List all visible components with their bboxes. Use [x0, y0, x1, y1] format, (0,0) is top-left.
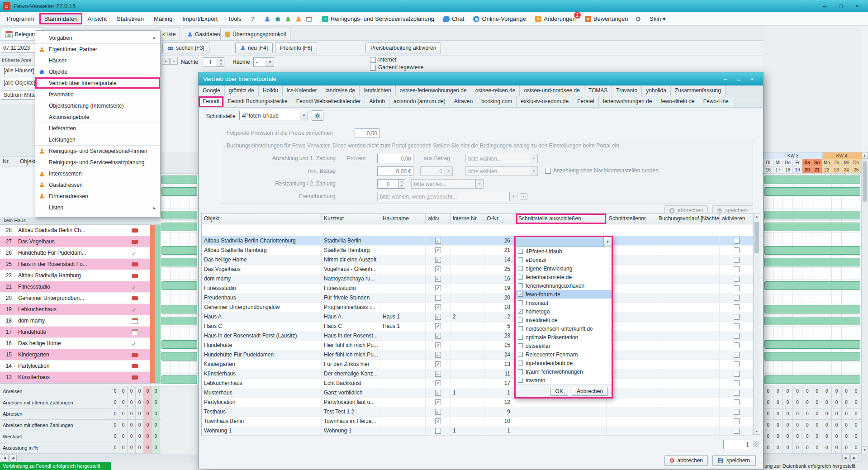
restzahlung-stepper[interactable]: ▲▼ [399, 179, 405, 189]
scroll-up-icon[interactable]: ▲ [861, 152, 868, 159]
tab-uebertragungsprotokoll[interactable]: Übertragungsprotokoll [220, 28, 290, 40]
min-betrag-art-select[interactable]: bitte wählen...▾ [465, 166, 538, 176]
calendar-row[interactable] [161, 244, 198, 256]
dropdown-item[interactable]: ferienhausmiete.de [516, 273, 612, 281]
calendar-row[interactable] [764, 185, 861, 197]
table-row[interactable]: Musterhaus Ganz vorbildlich ✓ 1 1 [202, 388, 753, 398]
column-header[interactable]: Hausname [380, 214, 426, 224]
naechte-stepper[interactable]: ▲▼ [218, 57, 224, 67]
portal-checkbox[interactable] [518, 249, 523, 254]
calendar-row[interactable] [764, 315, 861, 327]
portal-tab[interactable]: exklusiv-usedom.de [517, 96, 573, 107]
column-header[interactable]: Kurztext [322, 214, 380, 224]
aktiv-checkbox[interactable]: ✓ [435, 390, 441, 396]
calendar-row[interactable] [764, 256, 861, 268]
menu-item[interactable]: Reinigungs- und Servicepersonal/-firmen [35, 145, 160, 157]
prozent-input[interactable]: 0,00 [377, 154, 413, 163]
speichern-button[interactable]: speichern [712, 455, 756, 466]
menu-item[interactable]: Interessenten [35, 168, 160, 179]
user-icon[interactable] [264, 16, 270, 22]
portal-checkbox[interactable] [518, 257, 523, 262]
portal-checkbox[interactable] [518, 283, 523, 288]
aktivieren-checkbox[interactable] [734, 380, 740, 386]
portal-tab[interactable]: Atraveo [450, 96, 477, 107]
calendar-row[interactable] [161, 303, 198, 315]
runden-checkbox[interactable]: Anzahlung ohne Nachkommastellen runden [545, 167, 659, 174]
menu-item[interactable]: Firmenadressen [35, 190, 160, 202]
ok-button[interactable]: OK [550, 387, 568, 396]
date-input[interactable]: 07.11.2023 [1, 43, 36, 52]
calendar-row[interactable] [161, 338, 198, 350]
menu-item[interactable]: Vertrieb über Internetportale [35, 77, 160, 89]
aktivieren-checkbox[interactable] [734, 323, 740, 329]
calendar-row[interactable] [161, 362, 198, 374]
aktivieren-checkbox[interactable] [734, 257, 740, 263]
footer-count-input[interactable]: 1 [723, 440, 751, 449]
dropdown-item[interactable]: travanto [516, 376, 612, 385]
calendar-row[interactable] [161, 174, 198, 185]
portal-checkbox[interactable] [518, 378, 523, 383]
menu-item[interactable]: Eigentümer, Partner [35, 43, 160, 55]
portal-tab[interactable]: TOMAS [584, 85, 612, 96]
menu-item[interactable]: Aktionsangebote [35, 111, 160, 123]
dropdown-item[interactable]: eigene Entwicklung [516, 264, 612, 273]
aktivieren-checkbox[interactable] [734, 247, 740, 253]
table-row[interactable]: Hundehütte Für Pudeldamen Hier fühl ich … [202, 350, 753, 360]
aktiv-checkbox[interactable]: ✓ [435, 409, 441, 415]
calendar-row[interactable] [161, 374, 198, 385]
aktivieren-checkbox[interactable] [734, 333, 740, 339]
portal-tab[interactable]: ostsee-reisen.de [471, 85, 520, 96]
menu-item[interactable]: Reinigungs- und Serviceeinsatzplanung [35, 157, 160, 168]
scroll-down-icon[interactable]: ▼ [861, 446, 868, 453]
portal-checkbox[interactable] [518, 318, 523, 323]
calendar-row[interactable] [764, 280, 861, 291]
aktiv-checkbox[interactable]: ✓ [435, 361, 441, 367]
calendar-row[interactable] [764, 209, 861, 221]
aktiv-checkbox[interactable]: ✓ [435, 247, 441, 253]
dropdown-item[interactable]: 4Pfoten-Urlaub [516, 247, 612, 256]
minimize-button[interactable]: – [816, 0, 833, 12]
gear-icon[interactable]: ⚙ [631, 15, 645, 23]
aktiv-checkbox[interactable]: ✓ [435, 399, 441, 405]
portal-tab[interactable]: Feondi Buchungsstrecke [224, 96, 292, 107]
menu-item[interactable]: Vorgaben ▸ [35, 32, 160, 43]
garten-checkbox[interactable]: Garten/Liegewiese [370, 64, 423, 71]
portal-tab[interactable]: ostsee-ferienwohnungen.de [396, 85, 471, 96]
portal-checkbox[interactable] [518, 335, 523, 340]
calendar-row[interactable] [764, 338, 861, 350]
min-betrag-select[interactable]: 0▾ [420, 166, 453, 176]
raeume-select[interactable]: -▾ [253, 57, 274, 67]
aktiv-checkbox[interactable]: ✓ [435, 380, 441, 386]
table-row[interactable]: dom mamy Nastoyashchaya ru... ✓ 16 [202, 274, 753, 284]
aktiv-checkbox[interactable]: ✓ [435, 333, 441, 339]
table-row[interactable]: Hundehütte Hier fühl ich mich Pu... ✓ 15 [202, 341, 753, 350]
calendar-row[interactable] [161, 350, 198, 362]
column-header[interactable]: aktivieren [720, 214, 754, 224]
objekt-column-header[interactable]: Objekt [20, 158, 36, 165]
calendar-row[interactable] [161, 185, 198, 197]
aktiv-checkbox[interactable]: ✓ [435, 257, 441, 263]
restzahlung-select[interactable]: bitte wählen...▾ [411, 179, 484, 189]
portal-checkbox[interactable]: ✓ [518, 292, 523, 297]
aktiv-checkbox[interactable]: ✓ [435, 352, 441, 358]
column-header[interactable]: O-Nr. [484, 214, 516, 224]
cell-schnittstelle-ausschliessen[interactable] [516, 417, 607, 426]
table-scroll-down-icon[interactable]: ▼ [754, 428, 760, 435]
scroll-right2-icon[interactable]: ▶ [850, 455, 858, 461]
calendar-row[interactable] [764, 174, 861, 185]
dropdown-item[interactable]: ✓ hometogo [516, 307, 612, 316]
portal-tab[interactable]: ics-Kalender [283, 85, 322, 96]
aktivieren-checkbox[interactable] [734, 276, 740, 282]
aktivieren-checkbox[interactable] [734, 390, 740, 396]
dropdown-item[interactable]: ✓ fewo-forum.de [516, 290, 612, 299]
list-item[interactable]: 18 dom mamy [0, 315, 161, 327]
clear-filter-button[interactable]: × [170, 58, 178, 65]
list-item[interactable]: 19 Lebkuchenhaus [0, 304, 161, 315]
calendar-row[interactable] [764, 233, 861, 244]
list-item[interactable]: 25 Haus in der Rosenstadt Fo... [0, 259, 161, 270]
aktivieren-checkbox[interactable] [734, 418, 740, 424]
aktivieren-checkbox[interactable] [734, 314, 740, 320]
aktiv-checkbox[interactable]: ✓ [435, 314, 441, 320]
portal-tab[interactable]: ostsee-und-nordsee.de [520, 85, 584, 96]
preisinfo-button[interactable]: Preisinfo [F6] [275, 43, 317, 53]
